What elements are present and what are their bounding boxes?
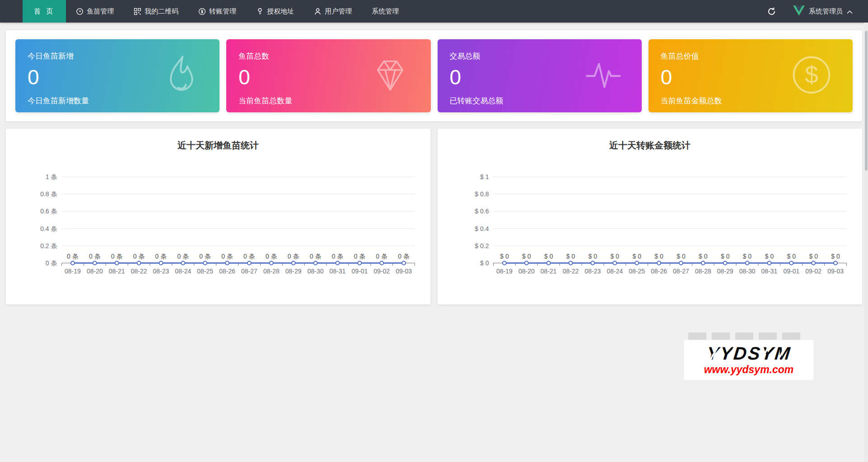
svg-text:0 条: 0 条 (155, 253, 167, 260)
page-content: 今日鱼苗新增 0 今日鱼苗新增数量 鱼苗总数 0 当前鱼苗总数量 交 (0, 23, 868, 305)
stat-subtitle: 当前鱼苗总数量 (238, 96, 430, 106)
line-chart-new-fry: 0 条0.2 条0.4 条0.6 条0.8 条1 条0 条08-190 条08-… (6, 168, 430, 281)
nav-item-authorized-address[interactable]: 授权地址 (246, 0, 304, 23)
nav-item-label: 转账管理 (209, 7, 236, 16)
svg-text:0 条: 0 条 (398, 253, 410, 260)
svg-text:$ 0: $ 0 (480, 259, 489, 267)
circle-dot-icon (76, 8, 84, 15)
svg-text:0 条: 0 条 (111, 253, 123, 260)
chart-title: 近十天转账金额统计 (438, 139, 862, 152)
svg-text:08-19: 08-19 (65, 268, 81, 275)
svg-text:08-30: 08-30 (739, 268, 756, 275)
svg-text:0 条: 0 条 (199, 253, 211, 260)
user-menu[interactable]: 系统管理员 (793, 5, 853, 17)
yydsym-logo: YYDSYM www.yydsym.com (684, 340, 813, 380)
vertical-scrollbar-thumb[interactable] (865, 31, 868, 171)
nav-item-transfer-management[interactable]: 转账管理 (188, 0, 246, 23)
svg-text:$ 0.8: $ 0.8 (475, 190, 489, 198)
top-navbar: 首 页 鱼苗管理 我的二维码 转账管理 授权地址 (0, 0, 868, 23)
svg-text:08-29: 08-29 (285, 268, 302, 275)
svg-text:0 条: 0 条 (67, 253, 79, 260)
navbar-right: 系统管理员 (767, 0, 868, 23)
user-name: 系统管理员 (809, 7, 843, 16)
chart-title: 近十天新增鱼苗统计 (6, 139, 430, 152)
vertical-scrollbar-track[interactable] (864, 23, 868, 462)
svg-text:08-24: 08-24 (175, 268, 191, 275)
yen-circle-icon (198, 8, 206, 15)
svg-text:08-25: 08-25 (629, 268, 645, 275)
svg-text:$ 1: $ 1 (480, 173, 489, 180)
svg-text:09-02: 09-02 (805, 268, 821, 275)
nav-item-label: 系统管理 (372, 7, 399, 16)
svg-text:$ 0: $ 0 (500, 253, 509, 260)
nav-item-label: 我的二维码 (145, 7, 178, 16)
nav-item-my-qrcode[interactable]: 我的二维码 (124, 0, 188, 23)
refresh-icon[interactable] (767, 7, 776, 16)
svg-text:0 条: 0 条 (133, 253, 145, 260)
svg-text:0 条: 0 条 (177, 253, 189, 260)
nav-item-user-management[interactable]: 用户管理 (304, 0, 362, 23)
stat-subtitle: 当前鱼苗金额总数 (661, 96, 853, 106)
svg-text:$: $ (805, 61, 818, 88)
svg-text:0 条: 0 条 (288, 253, 299, 260)
svg-text:$ 0: $ 0 (544, 253, 553, 260)
charts-row: 近十天新增鱼苗统计 0 条0.2 条0.4 条0.6 条0.8 条1 条0 条0… (6, 129, 862, 305)
svg-text:08-23: 08-23 (153, 268, 169, 275)
svg-text:$ 0: $ 0 (632, 253, 641, 260)
stat-card-total-fry: 鱼苗总数 0 当前鱼苗总数量 (226, 39, 430, 112)
svg-text:08-24: 08-24 (607, 268, 623, 275)
stat-card-today-new-fry: 今日鱼苗新增 0 今日鱼苗新增数量 (15, 39, 219, 112)
svg-text:$ 0: $ 0 (677, 253, 686, 260)
svg-text:08-23: 08-23 (585, 268, 601, 275)
stat-card-total-fry-value: 鱼苗总价值 0 当前鱼苗金额总数 $ (649, 39, 853, 112)
svg-text:$ 0: $ 0 (611, 253, 620, 260)
svg-text:08-28: 08-28 (263, 268, 280, 275)
svg-text:08-27: 08-27 (241, 268, 257, 275)
svg-text:08-19: 08-19 (496, 268, 513, 275)
svg-text:$ 0: $ 0 (588, 253, 597, 260)
nav-item-label: 首 页 (34, 7, 55, 16)
svg-text:$ 0: $ 0 (522, 253, 531, 260)
logo-brand-text: YYDSYM (705, 344, 792, 362)
svg-text:$ 0: $ 0 (831, 253, 840, 260)
svg-text:09-02: 09-02 (373, 268, 390, 275)
svg-text:0 条: 0 条 (354, 253, 365, 260)
svg-text:0 条: 0 条 (332, 253, 344, 260)
nav-item-home[interactable]: 首 页 (23, 0, 66, 23)
svg-text:09-03: 09-03 (396, 268, 412, 275)
logo-url-text: www.yydsym.com (704, 364, 794, 376)
svg-text:08-26: 08-26 (651, 268, 667, 275)
svg-text:0.4 条: 0.4 条 (40, 225, 57, 232)
flame-icon (164, 54, 199, 97)
svg-text:08-22: 08-22 (131, 268, 147, 275)
svg-text:0 条: 0 条 (266, 253, 277, 260)
nav-item-label: 授权地址 (267, 7, 294, 16)
svg-text:0.8 条: 0.8 条 (40, 190, 57, 198)
svg-text:$ 0: $ 0 (809, 253, 818, 260)
svg-text:$ 0.4: $ 0.4 (475, 225, 489, 232)
svg-text:08-31: 08-31 (761, 268, 778, 275)
svg-text:$ 0: $ 0 (721, 253, 730, 260)
qr-code-icon (134, 8, 141, 15)
line-chart-transfer-amount: $ 0$ 0.2$ 0.4$ 0.6$ 0.8$ 1$ 008-19$ 008-… (438, 168, 862, 281)
diamond-icon (370, 57, 410, 94)
svg-text:0 条: 0 条 (243, 253, 255, 260)
svg-text:0 条: 0 条 (310, 253, 322, 260)
svg-text:0.6 条: 0.6 条 (40, 208, 57, 215)
nav-item-label: 用户管理 (325, 7, 352, 16)
nav-item-fry-management[interactable]: 鱼苗管理 (66, 0, 124, 23)
svg-text:$ 0.6: $ 0.6 (475, 208, 489, 215)
nav-item-system-management[interactable]: 系统管理 (362, 0, 409, 23)
stat-subtitle: 已转账交易总额 (450, 96, 642, 106)
svg-text:08-28: 08-28 (695, 268, 711, 275)
user-icon (314, 8, 322, 15)
svg-text:0 条: 0 条 (89, 253, 101, 260)
main-menu: 首 页 鱼苗管理 我的二维码 转账管理 授权地址 (0, 0, 409, 23)
svg-text:08-20: 08-20 (518, 268, 535, 275)
chart-card-transfer-amount: 近十天转账金额统计 $ 0$ 0.2$ 0.4$ 0.6$ 0.8$ 1$ 00… (438, 129, 862, 305)
stats-panel: 今日鱼苗新增 0 今日鱼苗新增数量 鱼苗总数 0 当前鱼苗总数量 交 (6, 30, 862, 121)
svg-text:08-31: 08-31 (330, 268, 346, 275)
dollar-circle-icon: $ (791, 55, 832, 97)
svg-text:09-01: 09-01 (783, 268, 799, 275)
chart-card-new-fry: 近十天新增鱼苗统计 0 条0.2 条0.4 条0.6 条0.8 条1 条0 条0… (6, 129, 430, 305)
